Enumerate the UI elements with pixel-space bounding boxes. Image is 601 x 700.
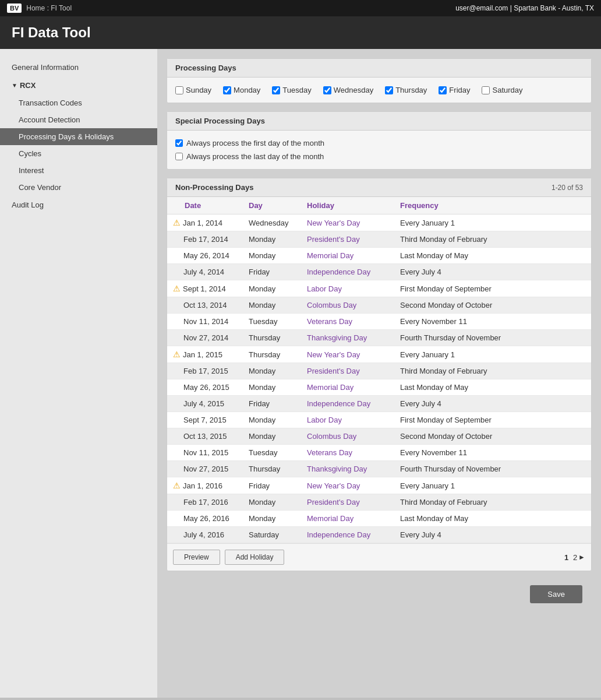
day-friday[interactable]: Friday xyxy=(439,86,470,94)
non-processing-days-body: Date Day Holiday Frequency xyxy=(167,197,591,571)
cell-frequency: Second Monday of October xyxy=(394,428,591,445)
col-day: Day xyxy=(243,197,301,214)
cell-holiday: Independence Day xyxy=(301,264,394,280)
sidebar-item-interest[interactable]: Interest xyxy=(0,162,157,179)
table-row: Oct 13, 2014MondayColombus DaySecond Mon… xyxy=(167,297,591,314)
day-thursday[interactable]: Thursday xyxy=(385,86,427,94)
checkbox-sunday[interactable] xyxy=(175,86,183,94)
cell-frequency: Fourth Thursday of November xyxy=(394,461,591,477)
footer-buttons: Preview Add Holiday xyxy=(173,550,284,565)
cell-date: ⚠Sept 1, 2014 xyxy=(167,280,243,297)
day-monday[interactable]: Monday xyxy=(223,86,260,94)
checkbox-wednesday[interactable] xyxy=(323,86,331,94)
cell-holiday: President's Day xyxy=(301,231,394,248)
checkbox-thursday[interactable] xyxy=(385,86,393,94)
warning-icon: ⚠ xyxy=(173,350,181,359)
day-wednesday[interactable]: Wednesday xyxy=(323,86,373,94)
cell-holiday: Memorial Day xyxy=(301,248,394,264)
table-row: ⚠Jan 1, 2016FridayNew Year's DayEvery Ja… xyxy=(167,477,591,494)
cell-frequency: Last Monday of May xyxy=(394,248,591,264)
sidebar: General Information ▼ RCX Transaction Co… xyxy=(0,49,157,698)
table-row: ⚠Sept 1, 2014MondayLabor DayFirst Monday… xyxy=(167,280,591,297)
sidebar-item-account-detection[interactable]: Account Detection xyxy=(0,111,157,128)
day-tuesday[interactable]: Tuesday xyxy=(272,86,311,94)
day-saturday[interactable]: Saturday xyxy=(482,86,522,94)
checkbox-saturday[interactable] xyxy=(482,86,490,94)
cell-frequency: Every November 11 xyxy=(394,314,591,330)
main-layout: General Information ▼ RCX Transaction Co… xyxy=(0,49,601,698)
cell-holiday: New Year's Day xyxy=(301,477,394,494)
top-bar-nav: Home : FI Tool xyxy=(26,4,72,12)
table-header-row: Date Day Holiday Frequency xyxy=(167,197,591,214)
day-sunday[interactable]: Sunday xyxy=(175,86,211,94)
cell-holiday: Colombus Day xyxy=(301,297,394,314)
table-row: Feb 17, 2015MondayPresident's DayThird M… xyxy=(167,363,591,379)
cell-day: Thursday xyxy=(243,330,301,346)
cell-frequency: Third Monday of February xyxy=(394,494,591,511)
page-1[interactable]: 1 xyxy=(564,553,568,562)
checkbox-monday[interactable] xyxy=(223,86,231,94)
cell-day: Tuesday xyxy=(243,445,301,461)
table-row: Oct 13, 2015MondayColombus DaySecond Mon… xyxy=(167,428,591,445)
page-2[interactable]: 2 xyxy=(573,553,577,562)
col-date: Date xyxy=(167,197,243,214)
sidebar-item-core-vendor[interactable]: Core Vendor xyxy=(0,179,157,196)
preview-button[interactable]: Preview xyxy=(173,550,220,565)
checkbox-tuesday[interactable] xyxy=(272,86,280,94)
cell-holiday: Independence Day xyxy=(301,527,394,543)
cell-frequency: Every January 1 xyxy=(394,346,591,363)
non-processing-days-panel: Non-Processing Days 1-20 of 53 Date Day xyxy=(167,178,592,571)
col-holiday: Holiday xyxy=(301,197,394,214)
cell-date: July 4, 2016 xyxy=(167,527,243,543)
save-button[interactable]: Save xyxy=(530,585,582,603)
cell-frequency: Last Monday of May xyxy=(394,379,591,396)
cell-frequency: Every November 11 xyxy=(394,445,591,461)
table-row: Sept 7, 2015MondayLabor DayFirst Monday … xyxy=(167,412,591,428)
cell-date: Feb 17, 2015 xyxy=(167,363,243,379)
cell-date: Feb 17, 2016 xyxy=(167,494,243,511)
sidebar-rcx-header[interactable]: ▼ RCX xyxy=(0,76,157,94)
next-page-icon[interactable]: ► xyxy=(578,553,585,561)
page-links: 1 2 ► xyxy=(564,553,585,562)
top-bar-left: BV Home : FI Tool xyxy=(7,3,72,13)
cell-frequency: Every January 1 xyxy=(394,214,591,231)
holidays-table: Date Day Holiday Frequency xyxy=(167,197,591,543)
cell-holiday: Veterans Day xyxy=(301,314,394,330)
cell-date: July 4, 2015 xyxy=(167,396,243,412)
cell-date: Nov 11, 2015 xyxy=(167,445,243,461)
add-holiday-button[interactable]: Add Holiday xyxy=(225,550,285,565)
save-bar: Save xyxy=(167,579,592,609)
warning-icon: ⚠ xyxy=(173,218,181,227)
warning-icon: ⚠ xyxy=(173,481,181,490)
sidebar-item-audit-log[interactable]: Audit Log xyxy=(0,196,157,214)
top-bar-user: user@email.com | Spartan Bank - Austin, … xyxy=(455,4,594,12)
cell-day: Friday xyxy=(243,477,301,494)
table-row: Nov 11, 2014TuesdayVeterans DayEvery Nov… xyxy=(167,314,591,330)
special-day-last[interactable]: Always process the last day of the month xyxy=(175,152,583,161)
cell-date: Nov 11, 2014 xyxy=(167,314,243,330)
checkbox-first-day[interactable] xyxy=(175,139,183,147)
sidebar-item-general-information[interactable]: General Information xyxy=(0,58,157,76)
cell-day: Friday xyxy=(243,264,301,280)
checkbox-friday[interactable] xyxy=(439,86,447,94)
table-row: Nov 27, 2015ThursdayThanksgiving DayFour… xyxy=(167,461,591,477)
content-area: Processing Days Sunday Monday Tuesday xyxy=(157,49,601,698)
cell-day: Monday xyxy=(243,412,301,428)
cell-day: Friday xyxy=(243,396,301,412)
table-row: Feb 17, 2016MondayPresident's DayThird M… xyxy=(167,494,591,511)
table-row: Feb 17, 2014MondayPresident's DayThird M… xyxy=(167,231,591,248)
sidebar-item-cycles[interactable]: Cycles xyxy=(0,145,157,162)
sidebar-item-processing-days[interactable]: Processing Days & Holidays xyxy=(0,128,157,145)
sidebar-item-transaction-codes[interactable]: Transaction Codes xyxy=(0,94,157,111)
bv-logo: BV xyxy=(7,3,22,13)
cell-date: Feb 17, 2014 xyxy=(167,231,243,248)
cell-frequency: First Monday of September xyxy=(394,412,591,428)
checkbox-last-day[interactable] xyxy=(175,153,183,160)
cell-holiday: Labor Day xyxy=(301,280,394,297)
cell-holiday: Memorial Day xyxy=(301,511,394,527)
cell-frequency: Every July 4 xyxy=(394,396,591,412)
table-row: July 4, 2015FridayIndependence DayEvery … xyxy=(167,396,591,412)
cell-day: Monday xyxy=(243,363,301,379)
processing-days-panel: Processing Days Sunday Monday Tuesday xyxy=(167,58,592,103)
special-day-first[interactable]: Always process the first day of the mont… xyxy=(175,139,583,147)
